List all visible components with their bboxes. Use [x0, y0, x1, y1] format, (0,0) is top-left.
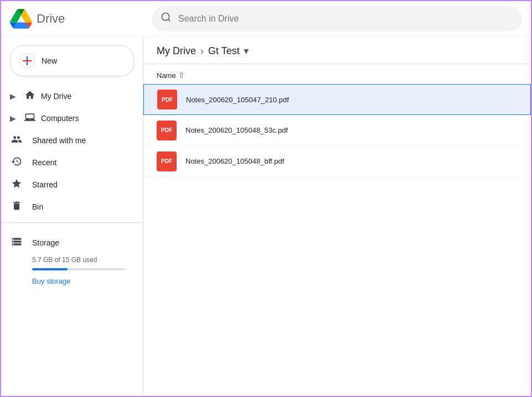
- search-icon: [161, 12, 172, 25]
- file-name: Notes_200620_105048_bff.pdf: [185, 157, 284, 165]
- sidebar-item-recent-label: Recent: [32, 158, 56, 167]
- app-title: Drive: [37, 12, 65, 26]
- shared-with-me-icon: [10, 134, 23, 148]
- content-area: My Drive › Gt Test ▼ Name ⇧ PDF Notes_20…: [143, 36, 531, 396]
- recent-icon: [10, 156, 23, 170]
- svg-line-1: [168, 19, 171, 22]
- pdf-icon: PDF: [157, 152, 177, 171]
- file-list-header: Name ⇧: [143, 66, 531, 84]
- storage-label-row: Storage: [10, 232, 134, 254]
- top-bar: Drive: [1, 1, 531, 36]
- breadcrumb-current[interactable]: Gt Test ▼: [208, 45, 251, 57]
- file-row[interactable]: PDF Notes_200620_105048_bff.pdf: [143, 146, 531, 177]
- file-name: Notes_200620_105048_53c.pdf: [185, 126, 288, 134]
- pdf-icon: PDF: [157, 121, 177, 140]
- storage-icon: [10, 236, 23, 250]
- sidebar-item-bin[interactable]: Bin: [1, 196, 134, 218]
- sidebar-item-starred-label: Starred: [32, 180, 58, 189]
- computers-icon: [23, 112, 37, 126]
- sidebar-item-recent[interactable]: Recent: [1, 152, 134, 174]
- sidebar-item-my-drive-label: My Drive: [41, 92, 71, 101]
- storage-label-text: Storage: [32, 238, 59, 247]
- breadcrumb-parent[interactable]: My Drive: [157, 45, 196, 57]
- sidebar: New ▶ My Drive ▶ Computers: [1, 36, 143, 396]
- buy-storage-link[interactable]: Buy storage: [32, 277, 134, 285]
- sort-name-label[interactable]: Name ⇧: [157, 71, 185, 80]
- drive-logo-icon: [10, 8, 32, 30]
- new-plus-icon: [19, 53, 35, 69]
- sidebar-item-shared-with-me[interactable]: Shared with me: [1, 129, 134, 152]
- sidebar-item-computers[interactable]: ▶ Computers: [1, 107, 134, 129]
- sidebar-item-starred[interactable]: Starred: [1, 174, 134, 196]
- storage-bar-fill: [32, 268, 68, 270]
- sidebar-item-computers-label: Computers: [41, 114, 79, 123]
- bin-icon: [10, 200, 23, 214]
- breadcrumb-arrow-icon: ›: [200, 45, 204, 57]
- sidebar-item-my-drive[interactable]: ▶ My Drive: [1, 85, 134, 107]
- breadcrumb: My Drive › Gt Test ▼: [143, 36, 531, 61]
- file-list: PDF Notes_200620_105047_210.pdf PDF Note…: [143, 84, 531, 396]
- starred-icon: [10, 178, 23, 192]
- expand-arrow-computers: ▶: [10, 114, 19, 123]
- my-drive-icon: [23, 90, 37, 103]
- storage-section: Storage 5.7 GB of 15 GB used Buy storage: [1, 227, 143, 294]
- content-divider: [143, 64, 531, 64]
- new-button-label: New: [42, 56, 57, 65]
- sort-arrow-icon: ⇧: [178, 71, 185, 80]
- main-area: New ▶ My Drive ▶ Computers: [1, 36, 531, 396]
- breadcrumb-chevron-icon: ▼: [242, 46, 251, 56]
- expand-arrow-my-drive: ▶: [10, 92, 19, 101]
- storage-bar-background: [32, 268, 125, 270]
- svg-point-0: [162, 13, 169, 20]
- search-input[interactable]: [178, 14, 513, 24]
- sidebar-item-shared-label: Shared with me: [32, 136, 86, 145]
- file-row[interactable]: PDF Notes_200620_105047_210.pdf: [143, 84, 531, 115]
- file-name: Notes_200620_105047_210.pdf: [186, 96, 289, 104]
- new-button[interactable]: New: [10, 45, 134, 76]
- storage-info: 5.7 GB of 15 GB used: [32, 256, 134, 264]
- file-row[interactable]: PDF Notes_200620_105048_53c.pdf: [143, 115, 531, 146]
- pdf-icon: PDF: [157, 90, 177, 109]
- search-bar[interactable]: [152, 6, 522, 32]
- logo-area: Drive: [10, 8, 143, 30]
- sidebar-item-bin-label: Bin: [32, 202, 43, 211]
- sidebar-divider: [1, 222, 143, 223]
